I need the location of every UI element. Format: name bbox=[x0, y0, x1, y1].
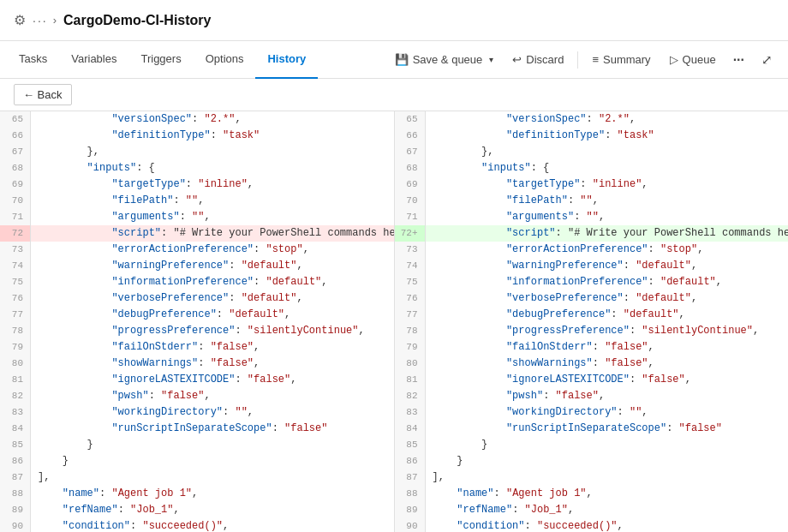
code-line: 83 "workingDirectory": "", bbox=[0, 404, 394, 421]
line-content: "showWarnings": "false", bbox=[426, 356, 789, 372]
tab-options[interactable]: Options bbox=[194, 41, 256, 79]
expand-icon: ⤢ bbox=[761, 52, 773, 68]
line-content: "arguments": "", bbox=[426, 209, 789, 225]
tab-triggers[interactable]: Triggers bbox=[128, 41, 193, 79]
line-number: 84 bbox=[0, 421, 31, 437]
breadcrumb-dots[interactable]: ··· bbox=[33, 14, 48, 27]
line-number: 84 bbox=[395, 421, 426, 437]
line-number: 81 bbox=[395, 372, 426, 388]
line-number: 68 bbox=[395, 160, 426, 176]
line-number: 75 bbox=[395, 274, 426, 290]
line-content: "refName": "Job_1", bbox=[426, 502, 789, 518]
code-line: 66 "definitionType": "task" bbox=[395, 128, 789, 144]
line-number: 81 bbox=[0, 372, 31, 388]
line-number: 69 bbox=[0, 176, 31, 193]
line-number: 82 bbox=[395, 388, 426, 404]
line-number: 90 bbox=[395, 518, 426, 532]
tab-variables[interactable]: Variables bbox=[59, 41, 128, 79]
code-line: 84 "runScriptInSeparateScope": "false" bbox=[395, 421, 789, 437]
line-number: 90 bbox=[0, 518, 31, 532]
line-content: "showWarnings": "false", bbox=[31, 356, 394, 372]
code-line: 87], bbox=[395, 469, 789, 486]
line-number: 80 bbox=[395, 356, 426, 372]
queue-button[interactable]: ▷ Queue bbox=[661, 49, 725, 70]
code-line: 83 "workingDirectory": "", bbox=[395, 404, 789, 421]
code-line: 89 "refName": "Job_1", bbox=[395, 502, 789, 518]
line-number: 79 bbox=[395, 339, 426, 356]
line-content: "versionSpec": "2.*", bbox=[31, 111, 394, 128]
app-icon: ⚙ bbox=[14, 12, 26, 28]
line-number: 88 bbox=[395, 486, 426, 502]
line-number: 76 bbox=[395, 290, 426, 307]
tab-history[interactable]: History bbox=[255, 41, 318, 79]
line-content: "informationPreference": "default", bbox=[31, 274, 394, 290]
line-number: 71 bbox=[0, 209, 31, 225]
more-button[interactable]: ··· bbox=[726, 48, 751, 72]
line-number: 66 bbox=[0, 128, 31, 144]
line-content: "ignoreLASTEXITCODE": "false", bbox=[426, 372, 789, 388]
line-number: 71 bbox=[395, 209, 426, 225]
code-line: 77 "debugPreference": "default", bbox=[0, 307, 394, 323]
line-content: } bbox=[426, 453, 789, 469]
code-line: 79 "failOnStderr": "false", bbox=[395, 339, 789, 356]
line-number: 83 bbox=[0, 404, 31, 421]
summary-button[interactable]: ≡ Summary bbox=[583, 49, 659, 70]
line-number: 88 bbox=[0, 486, 31, 502]
code-line: 76 "verbosePreference": "default", bbox=[395, 290, 789, 307]
code-line: 72 "script": "# Write your PowerShell co… bbox=[0, 225, 394, 242]
tab-tasks[interactable]: Tasks bbox=[7, 41, 59, 79]
breadcrumb-chevron: › bbox=[53, 14, 57, 27]
code-line: 80 "showWarnings": "false", bbox=[0, 356, 394, 372]
line-number: 78 bbox=[0, 323, 31, 339]
line-content: "warningPreference": "default", bbox=[426, 258, 789, 274]
line-content: "targetType": "inline", bbox=[31, 176, 394, 193]
code-line: 78 "progressPreference": "silentlyContin… bbox=[395, 323, 789, 339]
code-line: 69 "targetType": "inline", bbox=[395, 176, 789, 193]
expand-button[interactable]: ⤢ bbox=[753, 48, 781, 72]
dropdown-chevron-icon: ▾ bbox=[489, 55, 493, 64]
code-line: 71 "arguments": "", bbox=[395, 209, 789, 225]
save-queue-button[interactable]: 💾 Save & queue ▾ bbox=[386, 49, 503, 70]
line-content: }, bbox=[31, 144, 394, 160]
code-line: 75 "informationPreference": "default", bbox=[395, 274, 789, 290]
code-line: 69 "targetType": "inline", bbox=[0, 176, 394, 193]
line-content: "pwsh": "false", bbox=[31, 388, 394, 404]
code-line: 78 "progressPreference": "silentlyContin… bbox=[0, 323, 394, 339]
line-content: "filePath": "", bbox=[31, 193, 394, 209]
line-content: ], bbox=[31, 469, 394, 486]
discard-icon: ↩ bbox=[512, 53, 522, 66]
code-line: 70 "filePath": "", bbox=[395, 193, 789, 209]
discard-button[interactable]: ↩ Discard bbox=[504, 49, 572, 70]
line-number: 73 bbox=[0, 242, 31, 258]
line-number: 75 bbox=[0, 274, 31, 290]
diff-panel-right[interactable]: 65 "versionSpec": "2.*",66 "definitionTy… bbox=[395, 111, 789, 532]
line-number: 85 bbox=[395, 437, 426, 453]
code-line: 73 "errorActionPreference": "stop", bbox=[0, 242, 394, 258]
line-content: "runScriptInSeparateScope": "false" bbox=[31, 421, 394, 437]
line-number: 89 bbox=[395, 502, 426, 518]
line-content: "inputs": { bbox=[426, 160, 789, 176]
line-content: "filePath": "", bbox=[426, 193, 789, 209]
divider bbox=[577, 51, 578, 69]
code-line: 72+ "script": "# Write your PowerShell c… bbox=[395, 225, 789, 242]
save-icon: 💾 bbox=[395, 53, 409, 66]
line-content: "name": "Agent job 1", bbox=[31, 486, 394, 502]
code-line: 82 "pwsh": "false", bbox=[0, 388, 394, 404]
back-button[interactable]: ← Back bbox=[14, 84, 72, 105]
line-content: "verbosePreference": "default", bbox=[31, 290, 394, 307]
line-content: "workingDirectory": "", bbox=[31, 404, 394, 421]
line-content: "progressPreference": "silentlyContinue"… bbox=[426, 323, 789, 339]
line-number: 76 bbox=[0, 290, 31, 307]
page-title: CargoDemo-CI-History bbox=[63, 13, 211, 28]
line-content: "debugPreference": "default", bbox=[426, 307, 789, 323]
line-content: "name": "Agent job 1", bbox=[426, 486, 789, 502]
line-number: 67 bbox=[395, 144, 426, 160]
code-line: 88 "name": "Agent job 1", bbox=[0, 486, 394, 502]
diff-panel-left[interactable]: 65 "versionSpec": "2.*",66 "definitionTy… bbox=[0, 111, 395, 532]
line-content: "informationPreference": "default", bbox=[426, 274, 789, 290]
line-number: 66 bbox=[395, 128, 426, 144]
line-number: 67 bbox=[0, 144, 31, 160]
code-line: 87], bbox=[0, 469, 394, 486]
code-line: 65 "versionSpec": "2.*", bbox=[0, 111, 394, 128]
code-line: 70 "filePath": "", bbox=[0, 193, 394, 209]
